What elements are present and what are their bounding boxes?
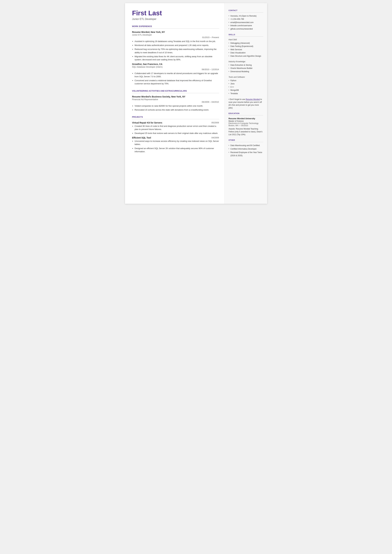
list-item: Reduced bug occurrence by 70% via optimi…	[135, 48, 219, 54]
list-item: Monitored all data authentication proces…	[135, 44, 219, 47]
contact-section-title: CONTACT	[229, 9, 263, 11]
projects-divider	[132, 119, 219, 119]
other-section-title: OTHER	[229, 139, 263, 141]
industry-skills-list: Data Extraction & Storing Oracle Warehou…	[229, 63, 263, 73]
list-item: Java	[229, 82, 263, 85]
job-2-dates: 06/2010 – 12/2014	[202, 68, 219, 70]
left-column: First Last Junior ETL Developer WORK EXP…	[125, 3, 224, 204]
list-item: Honolulu, HI (Open to Remote)	[229, 14, 263, 18]
edu-degree: Master of Science	[229, 120, 263, 122]
project-1-header: Virtual Repair Kit for Servers 05/2009	[132, 121, 219, 124]
volunteering-divider	[132, 93, 219, 93]
list-item: Data Extraction & Storing	[229, 63, 263, 67]
list-item: Data Testing (Experienced)	[229, 45, 263, 48]
list-item: Certified Informatica Developer.	[229, 147, 263, 150]
tools-label: Tools and Software:	[229, 76, 263, 78]
skills-section: SKILLS Hard Skill: Debugging (Advanced) …	[229, 34, 263, 109]
job-1-company: Resume Worded, New York, NY	[132, 31, 165, 33]
contact-list: Honolulu, HI (Open to Remote) +1-234-456…	[229, 14, 263, 30]
skills-divider	[229, 36, 263, 37]
project-1-name: Virtual Repair Kit for Servers	[132, 121, 162, 124]
candidate-title: Junior ETL Developer	[132, 18, 219, 21]
list-item: Renovated 15 schools across the state wi…	[135, 108, 219, 112]
list-item: Migrated the existing data flows for 4K …	[135, 55, 219, 61]
list-item: Dimensional Modeling	[229, 70, 263, 73]
skills-section-title: SKILLS	[229, 34, 263, 35]
list-item: email@resumeworded.com	[229, 21, 263, 24]
job-1-header: Resume Worded, New York, NY	[132, 31, 219, 33]
candidate-name: First Last	[132, 9, 219, 17]
list-item: Teradata	[229, 92, 263, 95]
edu-institution: Resume Worded University	[229, 117, 263, 120]
right-column: CONTACT Honolulu, HI (Open to Remote) +1…	[224, 3, 267, 204]
project-2-header: Efficient SQL Tool 04/2009	[132, 136, 219, 139]
project-2-date: 04/2009	[211, 136, 219, 139]
project-1-bullets: Created 3K lines of code to find and dia…	[135, 125, 219, 135]
project-2-name: Efficient SQL Tool	[132, 136, 151, 139]
resume-page: First Last Junior ETL Developer WORK EXP…	[125, 3, 267, 204]
job-2-role: SQL Database Developer (Intern)	[132, 66, 163, 68]
list-item: Collaborated with 17 developers to rewri…	[135, 72, 219, 78]
list-item: Assisted in optimizing 18 databases usin…	[135, 40, 219, 43]
education-section-title: EDUCATION	[229, 112, 263, 114]
vol-1-header: Resume Worded's Business Society, New Yo…	[132, 95, 219, 98]
project-1-date: 05/2009	[211, 121, 219, 124]
vol-1-company: Resume Worded's Business Society, New Yo…	[132, 95, 186, 98]
list-item: Data Warehousing and BI Certified.	[229, 144, 263, 147]
vol-1-role: Financial Aid Representative	[132, 98, 158, 101]
work-experience-section-title: WORK EXPERIENCE	[132, 25, 219, 28]
list-item: Oracle Warehouse Builder	[229, 67, 263, 70]
list-item: Designed an efficient SQL Server 2K solu…	[135, 147, 219, 153]
contact-divider	[229, 12, 263, 13]
hard-skills-list: Debugging (Advanced) Data Testing (Exper…	[229, 42, 263, 58]
projects-section-title: PROJECTS	[132, 116, 219, 118]
job-2-company: Growthsi, San Francisco, CA	[132, 63, 162, 65]
tools-list: Python Java C++ MongoDB Teradata	[229, 79, 263, 95]
other-list: Data Warehousing and BI Certified. Certi…	[229, 144, 263, 157]
other-divider	[229, 142, 263, 142]
list-item: Received Employee of the Year Twice (201…	[229, 151, 263, 157]
job-1-bullets: Assisted in optimizing 18 databases usin…	[135, 40, 219, 61]
list-item: +1-234-456-789	[229, 18, 263, 21]
list-item: Python	[229, 79, 263, 82]
vol-1-dates: 06/2009 – 04/2010	[202, 101, 219, 103]
list-item: Data Visualization	[229, 51, 263, 54]
list-item: linkedin.com/in/username	[229, 24, 263, 27]
resume-worded-link[interactable]: Resume Worded	[246, 98, 260, 100]
list-item: Conceived and created a relational datab…	[135, 79, 219, 85]
industry-knowledge-label: Industry Knowledge:	[229, 61, 263, 63]
list-item: Uncovered ways to increase access effici…	[135, 140, 219, 146]
edu-field: Electronics & Computer Technology	[229, 122, 263, 125]
vol-1-bullets: Visited companies to raise $200K for fiv…	[135, 104, 219, 112]
list-item: C++	[229, 85, 263, 89]
list-item: Debugging (Advanced)	[229, 42, 263, 45]
education-section: EDUCATION Resume Worded University Maste…	[229, 112, 263, 136]
list-item: Developed 25 tools that restore web serv…	[135, 132, 219, 135]
resume-worded-note: • Don't forget to use Resume Worded to s…	[229, 98, 263, 109]
edu-awards: Awards: Resume Worded Teaching Fellow (o…	[229, 127, 263, 136]
job-2-header: Growthsi, San Francisco, CA	[132, 63, 219, 65]
list-item: Web Services	[229, 48, 263, 51]
list-item: MongoDB	[229, 89, 263, 92]
volunteering-section-title: VOLUNTEERING ACTIVITIES AND EXTRACURRICU…	[132, 90, 219, 92]
project-2-bullets: Uncovered ways to increase access effici…	[135, 140, 219, 153]
list-item: Visited companies to raise $200K for fiv…	[135, 104, 219, 108]
job-2-bullets: Collaborated with 17 developers to rewri…	[135, 72, 219, 85]
list-item: Data Structure and Algorithm Design	[229, 55, 263, 58]
job-1-dates: 01/2015 – Present	[202, 36, 219, 39]
list-item: github.com/resumeworded	[229, 27, 263, 30]
job-1-role: Junior ETL Developer	[132, 34, 152, 36]
other-section: OTHER Data Warehousing and BI Certified.…	[229, 139, 263, 157]
edu-location: Boston, MA — 05/2010	[229, 125, 263, 127]
hard-skill-label: Hard Skill:	[229, 39, 263, 41]
list-item: Created 3K lines of code to find and dia…	[135, 125, 219, 131]
contact-section: CONTACT Honolulu, HI (Open to Remote) +1…	[229, 9, 263, 30]
